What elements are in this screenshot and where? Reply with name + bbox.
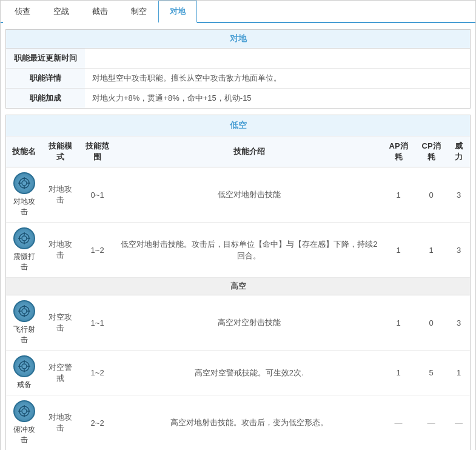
skill-name-4: 戒备 — [17, 380, 32, 390]
skill-mode-5: 对地攻击 — [42, 395, 79, 451]
skill-power-1: 3 — [448, 167, 470, 223]
skill-cell-wrap-4: 戒备 — [10, 355, 38, 390]
skill-cp-1: 0 — [415, 167, 448, 223]
skill-range-4: 1~2 — [79, 351, 116, 395]
skill-cell-wrap-3: 飞行射击 — [10, 300, 38, 345]
skill-range-3: 1~1 — [79, 295, 116, 351]
skill-icon-1 — [13, 172, 35, 194]
skill-range-2: 1~2 — [79, 223, 116, 278]
skill-ap-4: 1 — [382, 351, 415, 395]
skill-cp-3: 0 — [415, 295, 448, 351]
skill-ap-5: — — [382, 395, 415, 451]
skill-name-3: 飞行射击 — [10, 324, 38, 345]
col-skill-mode: 技能模式 — [42, 136, 79, 167]
skill-range-5: 2~2 — [79, 395, 116, 451]
high-alt-header: 高空 — [6, 278, 470, 295]
crosshair-icon-3 — [18, 304, 31, 318]
skill-mode-4: 对空警戒 — [42, 351, 79, 395]
crosshair-icon — [18, 176, 31, 190]
col-cp: CP消耗 — [415, 136, 448, 167]
skill-icon-5 — [13, 400, 35, 422]
skill-mode-3: 对空攻击 — [42, 295, 79, 351]
skill-icon-cell-5: 俯冲攻击 — [6, 395, 42, 451]
main-container: 侦查 空战 截击 制空 对地 对地 职能最近更新时间 职能详情 对地型空中攻击职… — [0, 0, 476, 450]
skill-row-ground-attack-1: 对地攻击 对地攻击 0~1 低空对地射击技能 1 0 3 — [6, 167, 470, 223]
svg-point-13 — [22, 309, 27, 314]
skill-icon-2 — [13, 227, 35, 249]
tab-recon[interactable]: 侦查 — [3, 1, 42, 23]
skill-desc-3: 高空对空射击技能 — [116, 295, 382, 351]
skill-cell-wrap-1: 对地攻击 — [10, 172, 38, 217]
skill-desc-4: 高空对空警戒技能。可生效2次. — [116, 351, 382, 395]
skill-cell-wrap-5: 俯冲攻击 — [10, 400, 38, 445]
table-row: 职能最近更新时间 — [6, 49, 470, 69]
skill-power-5: — — [448, 395, 470, 451]
skill-mode-1: 对地攻击 — [42, 167, 79, 223]
skill-ap-2: 1 — [382, 223, 415, 278]
skill-name-5: 俯冲攻击 — [10, 425, 38, 445]
skill-icon-cell-1: 对地攻击 — [6, 167, 42, 223]
skill-cp-5: — — [415, 395, 448, 451]
tab-intercept[interactable]: 截击 — [81, 1, 119, 23]
skill-cp-4: 5 — [415, 351, 448, 395]
skill-desc-5: 高空对地射击技能。攻击后，变为低空形态。 — [116, 395, 382, 451]
tab-ground[interactable]: 对地 — [158, 1, 197, 23]
svg-point-25 — [22, 409, 27, 414]
crosshair-icon-4 — [18, 360, 31, 373]
crosshair-icon-2 — [18, 232, 31, 245]
nav-tabs: 侦查 空战 截击 制空 对地 — [1, 1, 475, 23]
skill-cell-wrap-2: 震慑打击 — [10, 227, 38, 272]
skill-ap-3: 1 — [382, 295, 415, 351]
skill-name-2: 震慑打击 — [10, 252, 38, 272]
skill-desc-2: 低空对地射击技能。攻击后，目标单位【命中】与【存在感】下降，持续2回合。 — [116, 223, 382, 278]
skill-row-fly-shoot: 飞行射击 对空攻击 1~1 高空对空射击技能 1 0 3 — [6, 295, 470, 351]
value-update-time — [85, 49, 470, 69]
skill-name-1: 对地攻击 — [10, 196, 38, 217]
col-skill-intro: 技能介绍 — [116, 136, 382, 167]
skill-icon-cell-3: 飞行射击 — [6, 295, 42, 351]
skill-cp-2: 1 — [415, 223, 448, 278]
skill-power-4: 1 — [448, 351, 470, 395]
skill-power-2: 3 — [448, 223, 470, 278]
high-alt-header-row: 高空 — [6, 278, 470, 295]
value-detail: 对地型空中攻击职能。擅长从空中攻击敌方地面单位。 — [85, 69, 470, 89]
skill-mode-2: 对地攻击 — [42, 223, 79, 278]
crosshair-icon-5 — [18, 405, 31, 418]
skill-power-3: 3 — [448, 295, 470, 351]
tab-air-control[interactable]: 制空 — [119, 1, 158, 23]
low-alt-header: 低空 — [6, 115, 470, 136]
skill-range-1: 0~1 — [79, 167, 116, 223]
col-skill-name: 技能名 — [6, 136, 42, 167]
col-power: 威力 — [448, 136, 470, 167]
col-skill-range: 技能范围 — [79, 136, 116, 167]
table-row: 职能详情 对地型空中攻击职能。擅长从空中攻击敌方地面单位。 — [6, 69, 470, 89]
low-alt-header-row: 低空 — [6, 115, 470, 136]
skill-row-guard: 戒备 对空警戒 1~2 高空对空警戒技能。可生效2次. 1 5 1 — [6, 351, 470, 395]
skill-icon-cell-4: 戒备 — [6, 351, 42, 395]
col-ap: AP消耗 — [382, 136, 415, 167]
skills-table: 低空 技能名 技能模式 技能范围 技能介绍 AP消耗 CP消耗 威力 — [6, 115, 470, 450]
column-headers-row: 技能名 技能模式 技能范围 技能介绍 AP消耗 CP消耗 威力 — [6, 136, 470, 167]
skill-icon-cell-2: 震慑打击 — [6, 223, 42, 278]
main-info-section: 对地 职能最近更新时间 职能详情 对地型空中攻击职能。擅长从空中攻击敌方地面单位… — [5, 29, 471, 109]
svg-point-19 — [22, 364, 27, 369]
svg-point-1 — [22, 181, 27, 186]
skill-row-dive-attack: 俯冲攻击 对地攻击 2~2 高空对地射击技能。攻击后，变为低空形态。 — — — — [6, 395, 470, 451]
label-update-time: 职能最近更新时间 — [6, 49, 85, 69]
tab-air-combat[interactable]: 空战 — [42, 1, 81, 23]
skill-row-stun-strike: 震慑打击 对地攻击 1~2 低空对地射击技能。攻击后，目标单位【命中】与【存在感… — [6, 223, 470, 278]
table-row: 职能加成 对地火力+8%，贯通+8%，命中+15，机动-15 — [6, 89, 470, 109]
skill-ap-1: 1 — [382, 167, 415, 223]
skill-desc-1: 低空对地射击技能 — [116, 167, 382, 223]
label-detail: 职能详情 — [6, 69, 85, 89]
skills-section: 低空 技能名 技能模式 技能范围 技能介绍 AP消耗 CP消耗 威力 — [5, 115, 471, 450]
value-bonus: 对地火力+8%，贯通+8%，命中+15，机动-15 — [85, 89, 470, 109]
label-bonus: 职能加成 — [6, 89, 85, 109]
main-section-title: 对地 — [6, 30, 470, 49]
skill-icon-3 — [13, 300, 35, 322]
svg-point-7 — [22, 236, 27, 241]
info-table: 职能最近更新时间 职能详情 对地型空中攻击职能。擅长从空中攻击敌方地面单位。 职… — [6, 49, 470, 108]
skill-icon-4 — [13, 355, 35, 377]
